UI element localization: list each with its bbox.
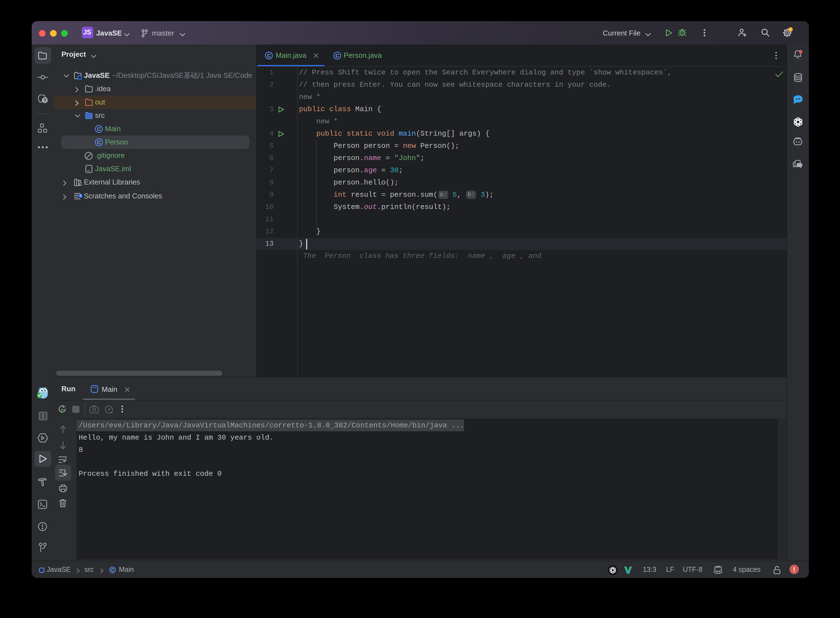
svg-text:?: ? bbox=[43, 98, 46, 103]
svg-text:C: C bbox=[111, 567, 114, 572]
svg-text:C: C bbox=[335, 52, 340, 58]
svg-text:C: C bbox=[267, 52, 271, 58]
svg-text:C: C bbox=[97, 140, 101, 145]
svg-text:C: C bbox=[97, 126, 101, 132]
